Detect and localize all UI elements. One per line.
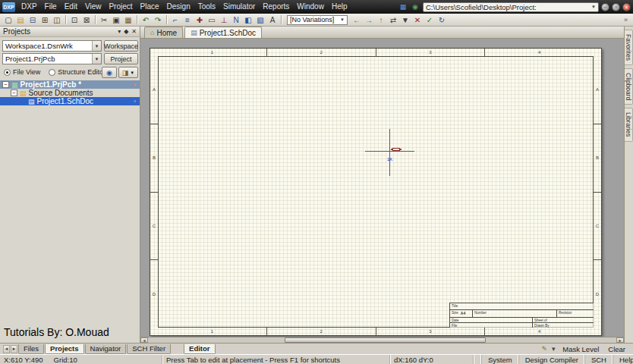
horizontal-scrollbar[interactable]: ◄ ► <box>140 337 624 343</box>
place-net-label-icon[interactable]: N <box>230 14 242 26</box>
chevron-down-icon: ▼ <box>92 54 101 64</box>
toolbar-overflow-icon[interactable]: » <box>621 16 631 24</box>
menu-place[interactable]: Place <box>137 0 163 14</box>
horizontal-scrollbar-thumb[interactable] <box>285 337 486 343</box>
redo-icon[interactable]: ↷ <box>152 14 164 26</box>
chevron-down-icon: ▼ <box>130 71 134 75</box>
project-button[interactable]: Project <box>104 53 138 64</box>
mask-level-button[interactable]: Mask Level <box>558 344 603 354</box>
schematic-sheet[interactable]: 1234 1234 ABCD ABCD Title Size A4 Number… <box>150 48 602 336</box>
tab-editor[interactable]: Editor <box>184 344 215 354</box>
floating-resistor-part[interactable] <box>391 147 402 152</box>
zone-left-c: C <box>150 193 158 261</box>
zoom-window-icon[interactable]: ⊡ <box>68 14 80 26</box>
place-part-icon[interactable]: ▭ <box>206 14 218 26</box>
save-icon[interactable]: ⊟ <box>27 14 39 26</box>
place-junction-icon[interactable]: ✚ <box>194 14 206 26</box>
tab-home[interactable]: ⌂ Home <box>144 27 183 38</box>
tab-project1-schdoc[interactable]: ▤ Project1.SchDoc <box>184 27 262 38</box>
menu-window[interactable]: Window <box>293 0 328 14</box>
new-document-icon[interactable]: ▢ <box>2 14 14 26</box>
refresh-icon[interactable]: ↻ <box>436 14 448 26</box>
menu-dxp[interactable]: DXP <box>17 0 41 14</box>
schematic-canvas[interactable]: 1234 1234 ABCD ABCD Title Size A4 Number… <box>140 39 624 337</box>
status-panel-design-compiler[interactable]: Design Compiler <box>518 355 584 364</box>
tab-clipboard[interactable]: Clipboard <box>625 68 633 105</box>
status-panel-sch[interactable]: SCH <box>584 355 613 364</box>
project-path-dropdown[interactable]: C:\Users\Scofield\Desktop\Project: ▼ <box>423 2 599 12</box>
menu-tools[interactable]: Tools <box>194 0 219 14</box>
highlight-pencil-icon[interactable]: ✎ <box>540 344 549 353</box>
filter-icon[interactable]: ▼ <box>399 14 411 26</box>
menu-reports[interactable]: Reports <box>259 0 293 14</box>
tabs-scroll-right-icon[interactable]: ► <box>11 345 17 353</box>
dxp-logo-icon[interactable]: DXP <box>2 2 15 12</box>
place-wire-icon[interactable]: ⌐ <box>169 14 181 26</box>
workspace-dropdown[interactable]: Workspace1.DsnWrk ▼ <box>2 40 102 52</box>
tree-item-project1-prjpcb[interactable]: − ▦ Project1.PrjPcb * ▪ <box>0 80 140 89</box>
place-text-icon[interactable]: A <box>266 14 279 26</box>
print-icon[interactable]: ⊞ <box>39 14 51 26</box>
workspace-button[interactable]: Workspace <box>104 40 138 52</box>
sheet-zones-left: ABCD <box>150 56 158 328</box>
project-dropdown[interactable]: Project1.PrjPcb ▼ <box>2 53 102 64</box>
zoom-fit-icon[interactable]: ⊠ <box>80 14 93 26</box>
menu-design[interactable]: Design <box>163 0 194 14</box>
cross-probe-icon[interactable]: ⇄ <box>387 14 399 26</box>
up-hierarchy-icon[interactable]: ↑ <box>375 14 387 26</box>
workspace-quick-icon[interactable]: ▦ <box>398 2 408 12</box>
navigate-back-icon[interactable]: ← <box>351 14 363 26</box>
expander-icon[interactable]: − <box>11 89 17 96</box>
bottom-tabstrip: ◄ ► FilesProjectsNavigatorSCH Filter Edi… <box>0 343 633 354</box>
tab-navigator[interactable]: Navigator <box>85 344 127 354</box>
menu-help[interactable]: Help <box>328 0 351 14</box>
mask-caret-icon[interactable]: ▾ <box>549 344 558 353</box>
status-panel-system[interactable]: System <box>481 355 518 364</box>
titlebar: DXP DXPFileEditViewProjectPlaceDesignToo… <box>0 0 633 14</box>
panel-display-split-button[interactable]: ◨▼ <box>118 67 138 78</box>
place-port-icon[interactable]: ◧ <box>242 14 254 26</box>
copy-icon[interactable]: ▣ <box>110 14 122 26</box>
tab-libraries[interactable]: Libraries <box>625 108 633 142</box>
tab-files[interactable]: Files <box>18 344 44 354</box>
compile-icon[interactable]: ✓ <box>424 14 436 26</box>
minimize-button[interactable]: – <box>601 3 609 11</box>
expander-icon[interactable]: − <box>2 81 9 88</box>
tab-projects[interactable]: Projects <box>45 344 84 354</box>
tabs-scroll-left-icon[interactable]: ◄ <box>3 345 10 353</box>
file-view-radio[interactable]: File View <box>4 68 40 76</box>
status-panel-help[interactable]: Help <box>613 355 633 364</box>
tab-favorites[interactable]: Favorites <box>625 30 633 65</box>
menu-file[interactable]: File <box>41 0 61 14</box>
menu-project[interactable]: Project <box>105 0 136 14</box>
cut-icon[interactable]: ✂ <box>98 14 110 26</box>
print-preview-icon[interactable]: ◫ <box>51 14 63 26</box>
place-bus-icon[interactable]: ≡ <box>181 14 194 26</box>
menu-edit[interactable]: Edit <box>61 0 81 14</box>
scroll-right-arrow-icon[interactable]: ► <box>616 337 624 343</box>
structure-editor-radio[interactable]: Structure Editor <box>49 68 106 76</box>
clear-filter-icon[interactable]: ✕ <box>411 14 424 26</box>
tree-item-source-documents[interactable]: − ▤ Source Documents <box>0 89 140 97</box>
variations-dropdown[interactable]: [No Variations] ▼ <box>287 15 348 25</box>
navigate-forward-icon[interactable]: → <box>363 14 375 26</box>
chevron-down-icon[interactable]: ▾ <box>118 28 121 35</box>
close-icon[interactable]: ✕ <box>131 28 137 35</box>
place-power-port-icon[interactable]: ⊥ <box>218 14 230 26</box>
tree-item-project1-schdoc[interactable]: ▤ Project1.SchDoc ▫ <box>0 97 140 105</box>
view-options-button[interactable]: ◉ <box>102 67 117 78</box>
paste-icon[interactable]: ▦ <box>122 14 134 26</box>
restore-button[interactable]: ▫ <box>612 3 620 11</box>
tab-sch-filter[interactable]: SCH Filter <box>127 344 171 354</box>
favorites-quick-icon[interactable]: ◉ <box>410 2 420 12</box>
close-button[interactable]: ✕ <box>622 3 631 11</box>
menu-view[interactable]: View <box>81 0 106 14</box>
zone-left-d: D <box>150 260 158 328</box>
place-sheet-symbol-icon[interactable]: ▧ <box>254 14 266 26</box>
scroll-left-arrow-icon[interactable]: ◄ <box>140 337 148 343</box>
menu-simulator[interactable]: Simulator <box>219 0 259 14</box>
open-document-icon[interactable]: ▤ <box>14 14 27 26</box>
clear-button[interactable]: Clear <box>603 344 630 354</box>
pin-icon[interactable]: ◆ <box>124 28 128 35</box>
undo-icon[interactable]: ↶ <box>140 14 152 26</box>
